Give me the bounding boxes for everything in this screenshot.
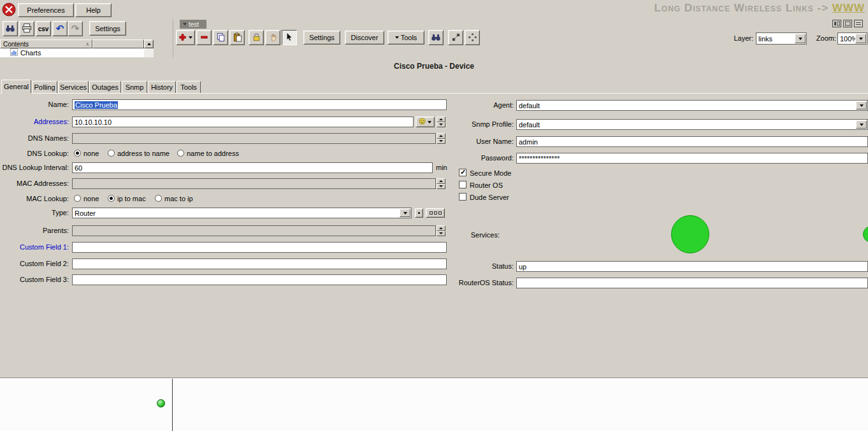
dns-names-label: DNS Names: <box>0 134 69 142</box>
app-icon[interactable] <box>1 2 17 17</box>
map-find-button[interactable] <box>428 30 444 45</box>
layer-combo[interactable]: links <box>756 32 807 45</box>
password-input[interactable]: *************** <box>516 153 868 164</box>
copy-button[interactable] <box>213 30 228 45</box>
select-tool-button[interactable] <box>282 30 297 45</box>
status-value: up <box>519 263 526 271</box>
parents-input[interactable] <box>72 225 436 236</box>
settings-button[interactable]: Settings <box>89 21 126 36</box>
tab-history[interactable]: History <box>148 81 176 93</box>
panel-window-controls[interactable] <box>832 20 865 27</box>
tab-general[interactable]: General <box>1 80 31 94</box>
layout-nodes-button[interactable] <box>465 30 480 45</box>
map-tab-test[interactable]: test <box>180 20 206 29</box>
pan-tool-button[interactable] <box>265 30 280 45</box>
find-button[interactable] <box>3 21 18 36</box>
tab-snmp[interactable]: Snmp <box>122 81 147 93</box>
mac-lookup-radio-ip-to-mac[interactable] <box>108 195 115 202</box>
snmp-profile-label: Snmp Profile: <box>446 120 514 128</box>
mac-lookup-radio-none[interactable] <box>74 195 81 202</box>
zoom-combo-arrow-icon[interactable] <box>855 34 866 43</box>
mac-addresses-spinner[interactable] <box>437 178 445 189</box>
scrollbar-track[interactable] <box>144 48 154 57</box>
dns-names-input[interactable] <box>72 133 436 144</box>
zoom-combo[interactable]: 100% <box>837 32 867 45</box>
csv-export-button[interactable]: csv <box>36 21 51 36</box>
tools-button[interactable]: Tools <box>387 31 424 45</box>
addresses-label[interactable]: Addresses: <box>0 118 69 125</box>
address-type-button[interactable] <box>416 117 435 127</box>
contents-column-header[interactable]: Contents ∧ <box>0 39 92 48</box>
agent-combo[interactable]: default <box>516 100 868 111</box>
routeros-status-field <box>516 278 868 288</box>
banner-www-link[interactable]: WWW <box>832 2 865 14</box>
secure-mode-checkbox[interactable] <box>459 169 467 176</box>
discover-button[interactable]: Discover <box>345 31 384 45</box>
tab-outages[interactable]: Outages <box>89 81 121 93</box>
custom-field-1-input[interactable] <box>72 242 447 253</box>
agent-combo-arrow-icon[interactable] <box>856 101 867 110</box>
name-input[interactable]: Cisco Prueba <box>72 99 447 110</box>
banner-text: Long Distance Wireless Links -> <box>654 2 828 14</box>
map-banner: Long Distance Wireless Links -> WWW <box>654 2 865 15</box>
snmp-profile-combo[interactable]: default <box>516 119 868 130</box>
parents-spinner[interactable] <box>437 225 445 236</box>
custom-field-1-label[interactable]: Custom Field 1: <box>0 243 69 251</box>
custom-field-2-input[interactable] <box>72 258 447 269</box>
print-button[interactable] <box>19 21 34 36</box>
mac-addresses-input[interactable] <box>72 178 436 189</box>
router-os-checkbox[interactable] <box>459 181 467 188</box>
tab-tools[interactable]: Tools <box>177 81 201 93</box>
charts-icon <box>10 48 18 57</box>
custom-field-3-input[interactable] <box>72 274 447 285</box>
type-browse-button[interactable] <box>426 208 445 218</box>
type-combo[interactable]: Router <box>72 208 412 218</box>
contents-column-header-2[interactable] <box>92 39 144 48</box>
dude-server-checkbox[interactable] <box>459 193 467 201</box>
name-label: Name: <box>0 101 69 108</box>
redo-button[interactable]: ↷ <box>68 21 83 36</box>
paste-button[interactable] <box>229 30 245 45</box>
map-settings-button[interactable]: Settings <box>303 31 340 45</box>
layer-combo-arrow-icon[interactable] <box>795 34 806 43</box>
addresses-value: 10.10.10.10 <box>75 118 112 126</box>
map-canvas[interactable] <box>0 379 868 431</box>
smiley-icon <box>419 118 426 126</box>
tab-polling[interactable]: Polling <box>32 81 57 93</box>
type-combo-arrow-icon[interactable] <box>400 209 410 217</box>
service-indicator[interactable] <box>671 215 709 253</box>
scroll-up-icon <box>147 43 151 45</box>
spin-up-icon <box>437 117 445 122</box>
map-tab-menu-icon <box>183 23 187 25</box>
dns-interval-input[interactable]: 60 <box>72 162 433 173</box>
router-os-label: Router OS <box>470 181 503 189</box>
lock-button[interactable] <box>249 30 264 45</box>
map-tab-label: test <box>189 21 199 28</box>
undo-button[interactable]: ↶ <box>52 21 68 36</box>
map-settings-label: Settings <box>309 34 335 41</box>
tab-services[interactable]: Services <box>58 81 89 93</box>
help-button[interactable]: Help <box>75 3 112 17</box>
dns-lookup-radio-address-to-name[interactable] <box>108 150 115 157</box>
add-element-button[interactable] <box>176 30 195 45</box>
spin-up-icon <box>437 133 445 139</box>
dns-interval-label: DNS Lookup Interval: <box>0 164 69 171</box>
type-extra-button[interactable] <box>415 208 423 218</box>
map-panel-divider[interactable] <box>172 379 173 431</box>
link-nodes-button[interactable] <box>448 30 463 45</box>
settings-label: Settings <box>95 25 120 32</box>
dns-lookup-radio-name-to-address[interactable] <box>177 150 184 157</box>
addresses-input[interactable]: 10.10.10.10 <box>72 117 414 127</box>
snmp-combo-arrow-icon[interactable] <box>856 120 867 129</box>
tree-item-charts[interactable]: Charts <box>0 48 144 57</box>
map-device-dot[interactable] <box>157 399 165 407</box>
mac-lookup-option-none: none <box>83 195 99 202</box>
remove-element-button[interactable] <box>196 30 212 45</box>
mac-lookup-radio-mac-to-ip[interactable] <box>155 195 162 202</box>
dns-names-spinner[interactable] <box>437 133 445 144</box>
user-name-input[interactable]: admin <box>516 136 868 147</box>
dns-lookup-radio-none[interactable] <box>74 150 81 157</box>
scrollbar-up-button[interactable] <box>144 39 154 48</box>
preferences-button[interactable]: Preferences <box>18 3 74 17</box>
addresses-spinner[interactable] <box>437 117 445 127</box>
